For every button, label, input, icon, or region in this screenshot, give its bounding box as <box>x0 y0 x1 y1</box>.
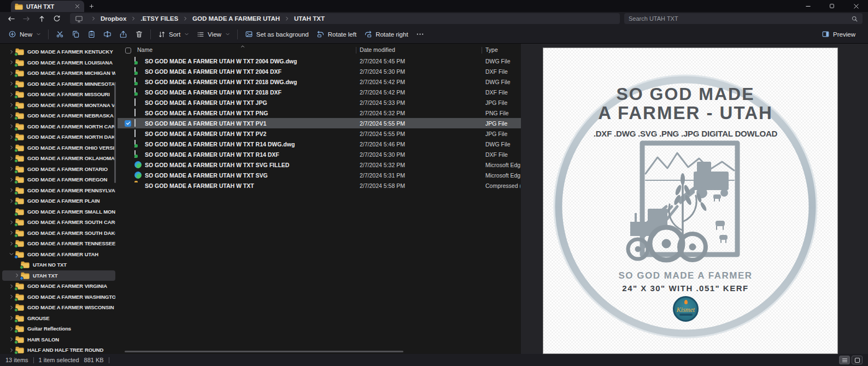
column-header-type[interactable]: Type <box>485 46 498 53</box>
search-icon[interactable] <box>851 15 858 22</box>
folder-icon <box>15 123 24 130</box>
rename-button[interactable] <box>99 27 115 41</box>
folder-icon <box>15 240 24 247</box>
minimize-button[interactable] <box>796 0 820 12</box>
sidebar-folder-item[interactable]: GOD MADE A FARMER NORTH CAROLINA <box>2 121 115 132</box>
sidebar-folder-item[interactable]: GOD MADE A FARMER NEBRASKA <box>2 110 115 121</box>
delete-button[interactable] <box>131 27 147 41</box>
column-header-date[interactable]: Date modified <box>360 46 395 53</box>
sync-badge-icon <box>20 265 24 269</box>
this-pc-icon[interactable] <box>75 15 83 23</box>
maximize-button[interactable] <box>820 0 844 12</box>
file-row[interactable]: SO GOD MADE A FARMER UTAH W TXT 2/7/2024… <box>118 180 521 191</box>
close-button[interactable] <box>844 0 868 12</box>
details-view-button[interactable] <box>839 356 850 364</box>
view-button[interactable]: View <box>193 28 234 41</box>
column-divider[interactable] <box>482 47 482 54</box>
sidebar-folder-item[interactable]: GOD MADE A FARMER PLAIN <box>2 196 115 206</box>
sidebar-folder-item[interactable]: GOD MADE A FARMER UTAH <box>2 249 115 260</box>
file-row[interactable]: SO GOD MADE A FARMER UTAH W TXT R14 DWG.… <box>118 139 521 149</box>
file-row[interactable]: SO GOD MADE A FARMER UTAH W TXT PV2 2/7/… <box>118 128 521 139</box>
sidebar-folder-item[interactable]: GROUSE <box>2 313 115 324</box>
preview-image[interactable]: SO GOD MADE A FARMER - UTAH .DXF .DWG .S… <box>543 48 838 354</box>
column-header-name[interactable]: Name <box>137 46 153 53</box>
breadcrumb-item[interactable]: GOD MADE A FARMER UTAH <box>179 15 280 22</box>
rotate-left-button[interactable]: Rotate left <box>313 27 360 41</box>
forward-button[interactable] <box>19 13 34 25</box>
sidebar-folder-item[interactable]: GOD MADE A FARMER MINNESOTA <box>2 79 115 90</box>
sidebar-folder-item[interactable]: UTAH NO TXT <box>2 259 115 270</box>
breadcrumb[interactable]: Dropbox .ETSY FILES GOD MADE A FARMER UT… <box>70 13 620 24</box>
search-box[interactable] <box>624 13 863 24</box>
up-button[interactable] <box>34 13 49 25</box>
sidebar-folder-item[interactable]: HAIR SALON <box>2 334 115 345</box>
sidebar-folder-item[interactable]: GOD MADE A FARMER WISCONSIN <box>2 302 115 313</box>
preview-toggle-button[interactable]: Preview <box>818 27 859 41</box>
tab-close-icon[interactable] <box>74 3 80 9</box>
large-icons-view-button[interactable] <box>852 356 863 364</box>
sync-badge-icon <box>14 95 18 99</box>
sidebar-folder-item[interactable]: GOD MADE A FARMER OREGON <box>2 174 115 185</box>
share-button[interactable] <box>115 27 131 41</box>
file-row[interactable]: SO GOD MADE A FARMER UTAH W TXT 2018 DWG… <box>118 76 521 87</box>
sync-badge-icon <box>14 308 18 312</box>
select-all-checkbox[interactable] <box>125 48 131 54</box>
scissors-icon <box>56 30 64 38</box>
clipboard-icon <box>87 30 96 38</box>
breadcrumb-item[interactable]: Dropbox <box>87 15 126 22</box>
file-row[interactable]: SO GOD MADE A FARMER UTAH W TXT JPG 2/7/… <box>118 97 521 108</box>
new-button[interactable]: New <box>4 27 45 41</box>
column-divider[interactable] <box>356 47 356 54</box>
sidebar-folder-item[interactable]: Guitar Reflections <box>2 323 115 334</box>
breadcrumb-item[interactable]: UTAH TXT <box>281 15 325 22</box>
command-bar: New Sort View Set as background Rotate l… <box>0 25 868 44</box>
file-row[interactable]: SO GOD MADE A FARMER UTAH W TXT PV1 2/7/… <box>118 118 521 128</box>
sidebar-folder-item[interactable]: GOD MADE A FARMER SMALL MONTANA VERSIO <box>2 206 115 217</box>
set-as-background-button[interactable]: Set as background <box>241 27 313 41</box>
file-row[interactable]: SO GOD MADE A FARMER UTAH W TXT 2004 DWG… <box>118 56 521 66</box>
sort-button[interactable]: Sort <box>154 28 193 41</box>
sidebar-folder-item[interactable]: GOD MADE A FARMER MISSOURI <box>2 89 115 100</box>
cut-button[interactable] <box>52 27 68 41</box>
navigation-pane: GOD MADE A FARMER KENTUCKY GOD MADE A FA… <box>0 44 118 354</box>
sidebar-folder-item[interactable]: GOD MADE A FARMER TENNESSEE <box>2 238 115 249</box>
sidebar-scrollbar[interactable] <box>114 82 116 183</box>
sync-badge-icon <box>14 319 18 323</box>
file-row[interactable]: SO GOD MADE A FARMER UTAH W TXT 2018 DXF… <box>118 87 521 97</box>
sidebar-folder-item[interactable]: GOD MADE A FARMER NORTH DAKOTA <box>2 132 115 143</box>
sidebar-folder-item[interactable]: GOD MADE A FARMER KENTUCKY <box>2 46 115 57</box>
file-row[interactable]: SO GOD MADE A FARMER UTAH W TXT R14 DXF … <box>118 149 521 160</box>
sidebar-folder-item[interactable]: GOD MADE A FARMER OKLAHOMA <box>2 153 115 164</box>
sync-badge-icon <box>14 85 18 88</box>
row-checkbox[interactable] <box>125 120 131 127</box>
file-row[interactable]: SO GOD MADE A FARMER UTAH W TXT SVG 2/7/… <box>118 170 521 180</box>
copy-button[interactable] <box>68 27 84 41</box>
sidebar-folder-item[interactable]: GOD MADE A FARMER MONTANA VERSION <box>2 100 115 111</box>
refresh-button[interactable] <box>49 13 64 25</box>
sidebar-folder-item[interactable]: GOD MADE A FARMER SOUTH DAKOTA <box>2 228 115 239</box>
back-button[interactable] <box>3 13 19 25</box>
search-input[interactable] <box>629 15 851 22</box>
file-row[interactable]: SO GOD MADE A FARMER UTAH W TXT SVG FILL… <box>118 160 521 170</box>
sidebar-folder-item[interactable]: GOD MADE A FARMER WASHINGTON <box>2 292 115 303</box>
sidebar-folder-item[interactable]: GOD MADE A FARMER LOUISIANA <box>2 57 115 68</box>
rotate-right-button[interactable]: Rotate right <box>360 27 412 41</box>
paste-button[interactable] <box>84 27 99 41</box>
sidebar-folder-item[interactable]: GOD MADE A FARMER OHIO VERSION <box>2 143 115 154</box>
horizontal-scrollbar[interactable] <box>125 351 403 352</box>
sidebar-folder-item[interactable]: UTAH TXT <box>2 270 115 281</box>
more-options-button[interactable] <box>412 27 428 41</box>
file-row[interactable]: SO GOD MADE A FARMER UTAH W TXT PNG 2/7/… <box>118 108 521 118</box>
sidebar-folder-item[interactable]: GOD MADE A FARMER PENNSYLVANIA <box>2 185 115 196</box>
file-row[interactable]: SO GOD MADE A FARMER UTAH W TXT 2004 DXF… <box>118 66 521 76</box>
sidebar-folder-item[interactable]: GOD MADE A FARMER ONTARIO <box>2 164 115 175</box>
explorer-tab[interactable]: UTAH TXT <box>11 1 84 12</box>
folder-icon <box>15 112 24 119</box>
sidebar-folder-item[interactable]: HALF AND HALF TREE ROUND <box>2 345 115 354</box>
sidebar-folder-item[interactable]: GOD MADE A FARMER VIRGINIA <box>2 281 115 292</box>
sidebar-folder-item[interactable]: GOD MADE A FARMER MICHIGAN WITH UP <box>2 68 115 79</box>
sidebar-folder-item[interactable]: GOD MADE A FARMER SOUTH CAROLINA <box>2 217 115 228</box>
breadcrumb-item[interactable]: .ETSY FILES <box>127 15 178 22</box>
new-tab-button[interactable] <box>84 1 98 12</box>
folder-icon <box>15 336 24 343</box>
